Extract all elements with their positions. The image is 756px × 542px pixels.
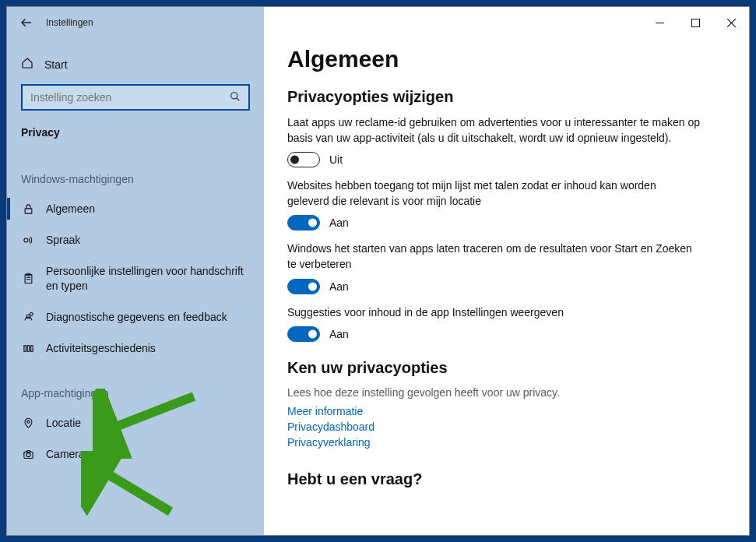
- lock-icon: [21, 203, 35, 215]
- svg-point-20: [26, 453, 30, 457]
- settings-window: Instellingen Start Privacy Windows-macht…: [6, 6, 750, 536]
- toggle-app-tracking[interactable]: [287, 279, 320, 294]
- search-icon: [230, 91, 241, 104]
- toggle-desc: Websites hebben toegang tot mijn lijst m…: [287, 178, 700, 209]
- toggle-ad-id[interactable]: [287, 152, 320, 167]
- window-controls: [642, 7, 749, 38]
- section-privacy-options: Privacyopties wijzigen: [287, 88, 726, 106]
- activity-icon: [21, 343, 35, 354]
- group-app-perms: App-machtigingen: [7, 364, 264, 407]
- toggle-language-access[interactable]: [287, 215, 320, 231]
- speech-icon: [21, 234, 35, 246]
- content-pane: Algemeen Privacyopties wijzigen Laat app…: [264, 7, 749, 535]
- back-button[interactable]: [7, 7, 46, 38]
- toggle-suggestions[interactable]: [287, 326, 320, 342]
- minimize-button[interactable]: [642, 7, 677, 38]
- svg-point-14: [30, 313, 33, 316]
- sidebar-item-label: Activiteitsgeschiedenis: [46, 341, 250, 355]
- sidebar: Start Privacy Windows-machtigingen Algem…: [7, 7, 264, 535]
- question-heading: Hebt u een vraag?: [287, 470, 726, 488]
- home-label: Start: [44, 58, 68, 71]
- sidebar-item-label: Camera: [46, 447, 250, 461]
- svg-rect-17: [30, 345, 33, 351]
- sidebar-item-activiteit[interactable]: Activiteitsgeschiedenis: [7, 333, 264, 364]
- feedback-icon: [21, 311, 35, 322]
- know-title: Ken uw privacyopties: [287, 359, 726, 377]
- sidebar-item-locatie[interactable]: Locatie: [7, 407, 264, 438]
- sidebar-item-handschrift[interactable]: Persoonlijke instellingen voor handschri…: [7, 255, 264, 301]
- titlebar: Instellingen: [7, 7, 749, 38]
- toggle-desc: Suggesties voor inhoud in de app Instell…: [287, 305, 700, 321]
- search-box[interactable]: [21, 84, 250, 111]
- clipboard-icon: [21, 273, 35, 284]
- camera-icon: [21, 449, 35, 460]
- sidebar-item-label: Persoonlijke instellingen voor handschri…: [46, 264, 250, 292]
- location-icon: [21, 417, 35, 429]
- close-button[interactable]: [713, 7, 749, 38]
- know-lead: Lees hoe deze instelling gevolgen heeft …: [287, 386, 726, 399]
- group-windows-perms: Windows-machtigingen: [7, 150, 264, 193]
- sidebar-item-algemeen[interactable]: Algemeen: [7, 193, 264, 224]
- sidebar-item-diagnostiek[interactable]: Diagnostische gegevens en feedback: [7, 301, 264, 333]
- sidebar-item-label: Locatie: [46, 416, 250, 430]
- toggle-block: Websites hebben toegang tot mijn lijst m…: [287, 178, 726, 231]
- link-dashboard[interactable]: Privacydashboard: [287, 421, 726, 433]
- link-statement[interactable]: Privacyverklaring: [287, 436, 726, 449]
- svg-rect-2: [691, 19, 699, 26]
- toggle-desc: Windows het starten van apps laten trace…: [287, 241, 700, 272]
- home-button[interactable]: Start: [7, 49, 264, 79]
- svg-rect-7: [25, 208, 32, 213]
- link-more-info[interactable]: Meer informatie: [287, 405, 726, 417]
- sidebar-item-label: Spraak: [46, 233, 250, 247]
- know-section: Ken uw privacyopties Lees hoe deze inste…: [287, 359, 726, 449]
- window-title: Instellingen: [46, 17, 93, 28]
- maximize-button[interactable]: [677, 7, 713, 38]
- category-title: Privacy: [7, 120, 264, 150]
- toggle-block: Laat apps uw reclame-id gebruiken om adv…: [287, 115, 726, 167]
- toggle-block: Suggesties voor inhoud in de app Instell…: [287, 305, 726, 343]
- svg-rect-15: [23, 345, 26, 351]
- toggle-block: Windows het starten van apps laten trace…: [287, 241, 726, 294]
- toggle-value: Aan: [329, 280, 349, 293]
- svg-line-24: [95, 466, 171, 512]
- svg-point-5: [231, 92, 237, 98]
- svg-point-8: [23, 238, 27, 242]
- sidebar-item-camera[interactable]: Camera: [7, 438, 264, 470]
- sidebar-item-label: Algemeen: [46, 202, 250, 216]
- toggle-value: Aan: [329, 328, 349, 340]
- svg-rect-16: [27, 345, 30, 351]
- toggle-desc: Laat apps uw reclame-id gebruiken om adv…: [287, 115, 700, 146]
- home-icon: [21, 57, 33, 72]
- toggle-value: Aan: [329, 216, 349, 229]
- search-input[interactable]: [30, 91, 230, 104]
- svg-point-18: [26, 421, 29, 423]
- page-title: Algemeen: [287, 46, 726, 72]
- sidebar-item-label: Diagnostische gegevens en feedback: [46, 310, 250, 324]
- toggle-value: Uit: [329, 153, 343, 166]
- sidebar-item-spraak[interactable]: Spraak: [7, 224, 264, 255]
- svg-line-6: [237, 97, 240, 100]
